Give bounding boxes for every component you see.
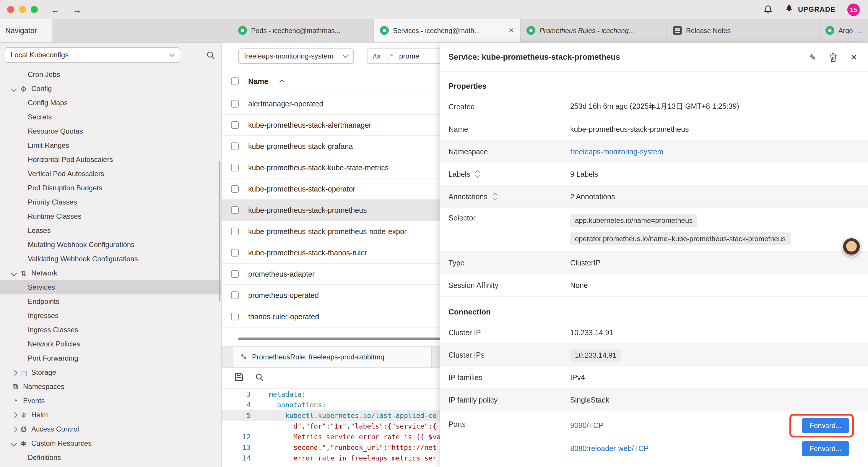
close-window-button[interactable] (7, 6, 14, 13)
navigator-sidebar: Local Kubeconfigs Cron Jobs Config (0, 42, 222, 467)
row-checkbox[interactable] (231, 249, 239, 257)
navigator-panel-tab[interactable]: Navigator (0, 19, 52, 42)
type-value: ClusterIP (570, 259, 609, 267)
sidebar-item[interactable]: Definitions (0, 450, 221, 465)
row-checkbox[interactable] (231, 143, 239, 150)
sidebar-scrollbar[interactable] (219, 161, 220, 301)
forward-button[interactable] (73, 5, 82, 14)
sidebar-item[interactable]: Validating Webhook Configurations (0, 252, 221, 266)
sidebar-item[interactable]: Config (0, 82, 221, 96)
row-checkbox[interactable] (231, 270, 239, 278)
notifications-bell-icon[interactable] (764, 5, 773, 14)
regex-toggle[interactable]: .* (386, 52, 394, 60)
upgrade-button[interactable]: UPGRADE (785, 4, 836, 15)
port-forward-button[interactable]: Forward... (802, 441, 849, 456)
minimize-window-button[interactable] (19, 6, 26, 13)
sidebar-item[interactable]: Cron Jobs (0, 67, 221, 82)
user-avatar[interactable] (842, 238, 861, 257)
sidebar-item[interactable]: Namespaces (0, 380, 221, 394)
maximize-window-button[interactable] (31, 6, 38, 13)
editor-tab[interactable]: Services - icecheng@math... (374, 19, 521, 42)
annotation-highlight-box: Forward... (789, 414, 854, 437)
sidebar-item[interactable]: Services (0, 280, 221, 294)
service-name: prometheus-operated (248, 291, 319, 299)
sidebar-item[interactable]: Limit Ranges (0, 138, 221, 152)
row-checkbox[interactable] (231, 228, 239, 235)
line-number: 4 (222, 401, 251, 409)
port-link[interactable]: 8080:reloader-web/TCP (570, 444, 649, 453)
connection-section-header: Connection (440, 301, 868, 322)
sidebar-item[interactable]: Events (0, 394, 221, 408)
labels-value[interactable]: 9 Labels (570, 170, 607, 178)
namespace-link[interactable]: freeleaps-monitoring-system (570, 147, 672, 156)
dock-tab-prometheusrule[interactable]: PrometheusRule: freeleaps-prod-rabbitmq (234, 347, 432, 367)
sidebar-item[interactable]: Leases (0, 224, 221, 238)
sidebar-item[interactable]: Custom Resources (0, 436, 221, 450)
select-all-checkbox[interactable] (231, 78, 239, 85)
sidebar-search-icon[interactable] (206, 51, 215, 59)
expand-collapse-icon[interactable] (474, 170, 481, 178)
sidebar-item[interactable]: Port Forwarding (0, 351, 221, 365)
tree-chevron-icon[interactable] (11, 368, 19, 377)
tab-label: Argo Se (838, 27, 862, 34)
close-drawer-icon[interactable] (850, 53, 857, 61)
expand-collapse-icon[interactable] (492, 193, 498, 200)
namespace-label: Namespace (448, 147, 570, 156)
sidebar-item[interactable]: Mutating Webhook Configurations (0, 238, 221, 252)
save-icon[interactable] (235, 372, 243, 384)
created-value: 253d 16h 6m ago (2025年1月13日 GMT+8 1:25:3… (570, 102, 747, 112)
cluster-ip-value: 10.233.14.91 (570, 328, 622, 337)
sidebar-item[interactable]: Priority Classes (0, 195, 221, 209)
namespace-select[interactable]: freeleaps-monitoring-system (238, 49, 354, 64)
sidebar-item[interactable]: Access Control (0, 422, 221, 436)
row-checkbox[interactable] (231, 100, 239, 108)
tree-chevron-icon[interactable] (11, 439, 19, 447)
tab-close-icon[interactable] (509, 27, 514, 34)
sidebar-item[interactable]: Helm (0, 408, 221, 422)
editor-tab[interactable]: Prometheus Rules - icecheng... (521, 19, 667, 42)
sidebar-item[interactable]: Runtime Classes (0, 209, 221, 224)
row-checkbox[interactable] (231, 313, 239, 320)
annotations-value[interactable]: 2 Annotations (570, 193, 623, 201)
sidebar-item[interactable]: Ingresses (0, 309, 221, 323)
tree-item-icon (19, 368, 28, 377)
row-checkbox[interactable] (231, 291, 239, 299)
sort-ascending-icon[interactable] (280, 79, 284, 83)
edit-service-icon[interactable] (809, 53, 816, 61)
delete-service-icon[interactable] (829, 52, 838, 62)
property-row-ip-family-policy: IP family policy SingleStack (440, 389, 868, 411)
sidebar-item[interactable]: Ingress Classes (0, 323, 221, 337)
notification-count-badge[interactable]: 15 (847, 3, 860, 16)
editor-tab[interactable]: Release Notes (667, 19, 819, 42)
row-checkbox[interactable] (231, 121, 239, 129)
name-column-header[interactable]: Name (248, 77, 268, 85)
tree-chevron-icon[interactable] (11, 269, 19, 277)
sidebar-item[interactable]: Network (0, 266, 221, 280)
sidebar-item[interactable]: Horizontal Pod Autoscalers (0, 152, 221, 167)
tree-chevron-icon[interactable] (11, 425, 19, 433)
port-link[interactable]: 9090/TCP (570, 421, 603, 430)
port-forward-button[interactable]: Forward... (802, 418, 849, 433)
sidebar-item[interactable]: Secrets (0, 110, 221, 124)
sidebar-item[interactable]: Network Policies (0, 337, 221, 351)
match-case-toggle[interactable]: Aa (373, 52, 381, 60)
tree-chevron-icon[interactable] (11, 411, 19, 419)
cluster-ip-label: Cluster IP (448, 328, 570, 337)
row-checkbox[interactable] (231, 185, 239, 193)
sidebar-item[interactable]: Storage (0, 365, 221, 380)
list-search-input[interactable]: Aa .* prome (367, 49, 445, 64)
sidebar-item[interactable]: Resource Quotas (0, 124, 221, 138)
tree-chevron-icon[interactable] (11, 85, 19, 93)
row-checkbox[interactable] (231, 164, 239, 171)
editor-tab[interactable]: Pods - icecheng@mathmas... (232, 19, 374, 42)
sidebar-item[interactable]: Vertical Pod Autoscalers (0, 167, 221, 181)
back-button[interactable] (51, 5, 60, 14)
sidebar-item[interactable]: Config Maps (0, 96, 221, 110)
sidebar-item[interactable]: Endpoints (0, 294, 221, 309)
horizontal-scrollbar[interactable] (238, 338, 440, 340)
kubeconfig-select[interactable]: Local Kubeconfigs (5, 47, 180, 63)
row-checkbox[interactable] (231, 206, 239, 214)
editor-search-icon[interactable] (255, 373, 264, 383)
sidebar-item[interactable]: Pod Disruption Budgets (0, 181, 221, 195)
editor-tab[interactable]: Argo Se (819, 19, 868, 42)
